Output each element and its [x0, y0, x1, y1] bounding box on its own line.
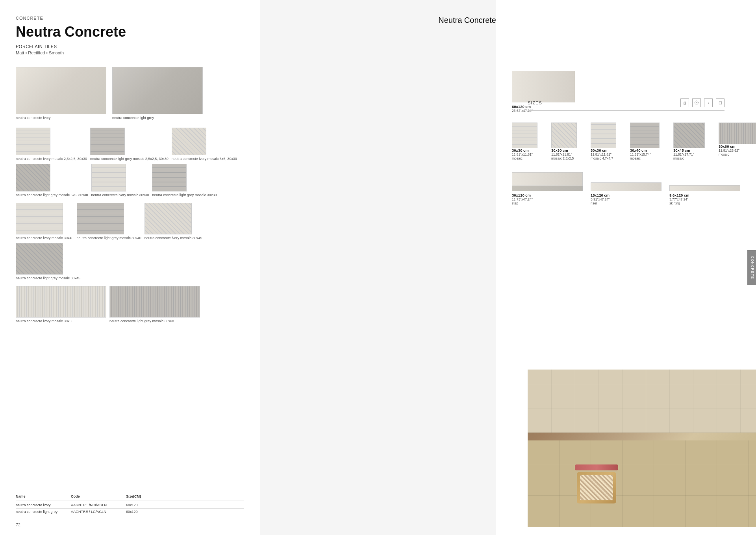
floor-tiles [528, 440, 756, 527]
sizes-icons: ⎙ Ⓗ ◦ ☐ [680, 98, 724, 107]
col-header-name: Name [16, 494, 71, 498]
step-tile-group: 30x120 cm 11.73"x47.24" step [512, 172, 583, 205]
mosaic-item-4: neutra concrecte ivory mosaic 30x30 [91, 164, 149, 197]
mosaic-caption-r2-0: neutra concrecte ivory mosaic 30x40 [16, 236, 74, 240]
size-icon-download[interactable]: ☐ [716, 98, 724, 107]
stool [575, 464, 618, 503]
wall-tiles [528, 370, 756, 433]
sizes-content: 60x120 cm 23.62"x47.24" 30x30 cm 11.81"x… [512, 71, 740, 205]
large-tile-images: neutra concrecte ivory neutra concrecte … [16, 67, 244, 120]
riser-size-name: 15x120 cm [591, 193, 662, 197]
size-item-30x30-2: 30x30 cm 11.81"x11.81" mosaic 4,7x4,7 [591, 123, 616, 160]
mosaic-row-3: neutra concrecte ivory mosaic 30x60 neut… [16, 286, 244, 323]
skirting-tile-group: 9.6x120 cm 3.77"x47.24" skirting [669, 185, 740, 205]
large-tile-ivory: neutra concrecte ivory [16, 67, 106, 120]
step-type: step [512, 201, 583, 205]
stool-fabric-pattern [580, 475, 613, 500]
product-details: Matt • Rectified • Smooth [16, 50, 244, 55]
mosaic-img-r3-1 [109, 286, 200, 318]
mosaic-item-3: neutra concrecte light grey mosaic 5x5, … [16, 164, 88, 197]
mosaic-img-0 [16, 128, 50, 155]
row-size-0: 60x120 [126, 503, 165, 507]
mosaic-item-r2-3: neutra concrecte light grey mosaic 30x45 [16, 243, 80, 280]
size-item-30x60: 30x60 cm 11.81"x23.62" mosaic [719, 123, 756, 160]
mosaic-caption-r2-1: neutra concrecte light grey mosaic 30x40 [77, 236, 141, 240]
skirting-info: 9.6x120 cm 3.77"x47.24" skirting [669, 193, 740, 205]
size-item-30x30-0: 30x30 cm 11.81"x11.81" mosaic [512, 123, 537, 160]
row-name-0: neutra concrecte ivory [16, 503, 71, 507]
step-size-imperial: 11.73"x47.24" [512, 197, 583, 201]
skirting-tile [669, 185, 740, 191]
left-page: CONCRETE Neutra Concrete PORCELAIN TILES… [0, 0, 260, 535]
skirting-size-imperial: 3.77"x47.24" [669, 197, 740, 201]
size-type-5: mosaic [719, 152, 756, 156]
size-name-5: 30x60 cm [719, 144, 756, 149]
row-code-0: AAGNTRE /NCI/AGLN [71, 503, 126, 507]
step-tile-top [512, 172, 583, 186]
product-type: PORCELAIN TILES [16, 44, 244, 49]
sizes-label: SIZES [528, 100, 542, 105]
size-type-4: mosaic [673, 156, 705, 160]
stool-top-piece [575, 464, 618, 470]
size-imperial-4: 11.81"x17.71" [673, 152, 705, 156]
mosaic-caption-1: neutra concrecte light grey mosaic 2,5x2… [90, 157, 169, 161]
table-row: neutra concrecte light grey AAGNTRE / LG… [16, 509, 244, 515]
size-icon-share[interactable]: ◦ [704, 98, 713, 107]
page-title: Neutra Concrete [16, 24, 244, 40]
mosaic-img-1 [90, 128, 125, 155]
page-number-left: 72 [16, 522, 20, 527]
size-imperial-0: 11.81"x11.81" [512, 152, 537, 156]
tile-caption-grey: neutra concrecte light grey [112, 116, 203, 120]
mosaic-caption-4: neutra concrecte ivory mosaic 30x30 [91, 193, 149, 197]
col-header-size: Size(CM) [126, 494, 165, 498]
size-icon-camera[interactable]: Ⓗ [692, 98, 701, 107]
size-type-3: mosaic [630, 156, 660, 160]
size-imperial-3: 11.81"x15.74" [630, 152, 660, 156]
mosaic-item-r2-2: neutra concrecte ivory mosaic 30x45 [145, 203, 202, 240]
tile-60x120 [512, 71, 575, 102]
right-inner: SIZES ⎙ Ⓗ ◦ ☐ 60x120 cm 23.62"x47.24" [512, 71, 740, 535]
riser-size-imperial: 5.91"x47.24" [591, 197, 662, 201]
riser-info: 15x120 cm 5.91"x47.24" riser [591, 193, 662, 205]
size-name-3: 30x40 cm [630, 148, 660, 152]
table-row: neutra concrecte ivory AAGNTRE /NCI/AGLN… [16, 502, 244, 509]
mosaic-img-r2-0 [16, 203, 63, 234]
size-tile-30x30-1 [551, 123, 577, 148]
mosaic-item-r2-0: neutra concrecte ivory mosaic 30x40 [16, 203, 74, 240]
special-tiles-row: 30x120 cm 11.73"x47.24" step 15x120 cm 5… [512, 172, 740, 205]
row-name-1: neutra concrecte light grey [16, 510, 71, 514]
size-tile-30x60 [719, 123, 756, 144]
room-photo [528, 370, 756, 527]
page-spread-center: Neutra Concrete [260, 0, 496, 535]
mosaic-caption-5: neutra concrecte light grey mosaic 30x30 [152, 193, 217, 197]
stool-body [577, 472, 616, 503]
mosaic-caption-3: neutra concrecte light grey mosaic 5x5, … [16, 193, 88, 197]
mosaic-caption-0: neutra concrecte ivory mosaic 2,5x2,5, 3… [16, 157, 87, 161]
size-item-30x40: 30x40 cm 11.81"x15.74" mosaic [630, 123, 660, 160]
size-name-1: 30x30 cm [551, 148, 577, 152]
size-tile-30x40 [630, 123, 660, 148]
mosaic-row-1: neutra concrecte ivory mosaic 2,5x2,5, 3… [16, 128, 244, 197]
mosaic-row-2: neutra concrecte ivory mosaic 30x40 neut… [16, 203, 244, 280]
tile-caption-ivory: neutra concrecte ivory [16, 116, 106, 120]
size-name-0: 30x30 cm [512, 148, 537, 152]
size-icon-print[interactable]: ⎙ [680, 98, 689, 107]
mosaic-img-r2-2 [145, 203, 192, 234]
riser-tile [591, 182, 662, 191]
mosaic-img-r3-0 [16, 286, 106, 318]
size-item-30x30-1: 30x30 cm 11.81"x11.81" mosaic 2,5x2,5 [551, 123, 577, 160]
mosaic-img-5 [152, 164, 187, 191]
mosaic-sizes-row: 30x30 cm 11.81"x11.81" mosaic 30x30 cm 1… [512, 123, 740, 164]
mosaic-item-r3-0: neutra concrecte ivory mosaic 30x60 [16, 286, 106, 323]
riser-type: riser [591, 201, 662, 205]
mosaic-item-r3-1: neutra concrecte light grey mosaic 30x60 [109, 286, 200, 323]
size-name-2: 30x30 cm [591, 148, 616, 152]
tile-image-grey [112, 67, 203, 114]
row-size-1: 60x120 [126, 510, 165, 514]
right-page: SIZES ⎙ Ⓗ ◦ ☐ 60x120 cm 23.62"x47.24" [496, 0, 756, 535]
mosaic-img-3 [16, 164, 50, 191]
skirting-type: skirting [669, 201, 740, 205]
mosaic-item-r2-1: neutra concrecte light grey mosaic 30x40 [77, 203, 141, 240]
size-tile-30x45 [673, 123, 705, 148]
mosaic-img-4 [91, 164, 126, 191]
